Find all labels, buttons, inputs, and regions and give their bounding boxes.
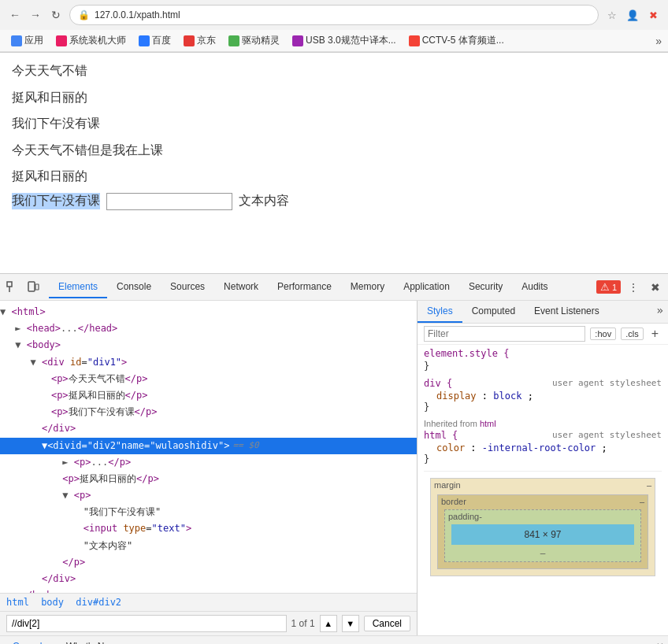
margin-label: margin [434,480,461,490]
tab-audits[interactable]: Audits [512,276,557,298]
devtools-right-controls: ⚠ 1 ⋮ ✖ [596,278,665,297]
tree-p-hrifenrili[interactable]: <p>挺风和日丽的</p> [0,471,417,487]
elements-panel: ▼ <html> ► <head>...</head> ▼ <body> ▼ <… [0,301,418,635]
tree-p-open[interactable]: ▼ <p> [0,487,417,504]
search-prev-button[interactable]: ▲ [320,615,337,632]
toggle-p-collapsed[interactable]: ► [62,457,68,468]
bookmark-label-qdj: 驱动精灵 [242,34,280,47]
account-button[interactable]: 👤 [624,6,641,24]
cls-button[interactable]: .cls [621,328,644,340]
tree-text-wenben[interactable]: "文本内容" [0,538,417,554]
padding-label: padding- [448,512,482,521]
prop-name-color: color [436,442,465,453]
tab-security[interactable]: Security [459,276,512,298]
bookmarks-more-button[interactable]: » [655,35,662,47]
breadcrumb-div2[interactable]: div#div2 [76,597,121,608]
tab-whats-new[interactable]: What's New [57,638,126,645]
bookmark-baidu[interactable]: 百度 [134,32,176,49]
toggle-html[interactable]: ▼ [0,306,6,317]
toggle-div2[interactable]: ▼ [42,439,47,453]
tree-div2[interactable]: ▼ <div id="div2" name="wulaoshidiv"> == … [0,438,417,454]
back-button[interactable]: ← [6,6,24,24]
forward-button[interactable]: → [27,6,44,24]
bookmark-jd[interactable]: 京东 [179,32,221,49]
tree-p-collapsed[interactable]: ► <p>...</p> [0,454,417,471]
bookmark-qdj[interactable]: 驱动精灵 [224,32,284,49]
tree-div1[interactable]: ▼ <div id="div1"> [0,354,417,371]
address-bar[interactable]: 🔒 127.0.0.1/xpath.html [69,5,599,25]
breadcrumb-sep-2 [67,597,72,608]
tree-p-close[interactable]: </p> [0,554,417,571]
tab-network[interactable]: Network [214,276,268,298]
inspect-element-button[interactable] [3,278,22,297]
tab-styles[interactable]: Styles [418,301,462,323]
prop-colon-1: : [482,390,493,402]
prop-semi-1: ; [528,390,533,402]
styles-more-button[interactable]: » [652,301,668,323]
tag-p-closing: </p> [62,557,85,568]
tree-body-close[interactable]: </body> [0,587,417,593]
star-button[interactable]: ☆ [603,6,621,24]
toggle-body[interactable]: ▼ [15,339,20,350]
box-model-section: margin – border – padding- 841 × 97 – [424,471,662,583]
tree-p3[interactable]: <p>我们下午没有课</p> [0,404,417,420]
tab-sources[interactable]: Sources [161,276,214,298]
search-next-button[interactable]: ▼ [342,615,359,632]
bookmark-syzjds[interactable]: 系统装机大师 [51,32,131,49]
styles-filter-bar: :hov .cls + [418,324,668,345]
border-label: border [441,497,466,506]
toggle-head[interactable]: ► [15,323,20,334]
tree-div2-close[interactable]: </div> [0,571,417,587]
close-button[interactable]: ✖ [644,6,662,24]
tab-elements[interactable]: Elements [49,276,107,298]
bookmark-cctv[interactable]: CCTV-5 体育频道... [404,32,509,49]
bookmark-usb[interactable]: USB 3.0规范中译本... [288,32,401,49]
breadcrumb-html[interactable]: html [6,597,29,608]
add-style-rule-button[interactable]: + [648,327,662,341]
cctv-icon [409,35,420,46]
page-text-before-input: 我们下午没有课 [12,193,100,209]
tab-console-bottom[interactable]: Console [3,638,57,645]
page-text-after-input: 文本内容 [239,193,289,209]
apps-icon [11,35,22,46]
tree-body[interactable]: ▼ <body> [0,337,417,353]
tab-computed[interactable]: Computed [462,301,525,323]
page-line-3: 我们下午没有课 [12,113,656,134]
hov-button[interactable]: :hov [590,328,616,340]
margin-dash[interactable]: – [647,480,651,490]
tree-head[interactable]: ► <head>...</head> [0,320,417,337]
tab-event-listeners[interactable]: Event Listeners [525,301,609,323]
prop-colon-2: : [470,442,481,453]
styles-filter-input[interactable] [424,326,585,342]
border-dash[interactable]: – [640,497,644,506]
refresh-button[interactable]: ↻ [47,6,65,24]
bookmark-label-cctv: CCTV-5 体育频道... [422,34,504,47]
page-content: 今天天气不错 挺风和日丽的 我们下午没有课 今天天气不错但是我在上课 挺风和日丽… [0,53,668,273]
tree-div1-close[interactable]: </div> [0,420,417,437]
devtools-icons [3,278,43,297]
toggle-p-open[interactable]: ▼ [62,490,68,501]
toggle-div1[interactable]: ▼ [30,357,35,368]
tab-console[interactable]: Console [107,276,161,298]
tree-input[interactable]: <input type="text"> [0,520,417,537]
breadcrumb-body[interactable]: body [41,597,64,608]
tab-memory[interactable]: Memory [341,276,394,298]
tree-p2[interactable]: <p>挺风和日丽的</p> [0,387,417,404]
error-icon: ⚠ [600,281,610,293]
tree-text-women[interactable]: "我们下午没有课" [0,504,417,520]
tab-application[interactable]: Application [394,276,459,298]
bookmark-apps[interactable]: 应用 [6,32,48,49]
text-women: "我们下午没有课" [84,506,161,517]
devtools-more-button[interactable]: ⋮ [624,278,643,297]
page-text-input[interactable] [106,193,232,210]
head-ellipsis: ... [61,323,78,334]
tree-p1[interactable]: <p>今天天气不错</p> [0,371,417,387]
xpath-search-input[interactable] [6,615,287,632]
console-close-button[interactable]: ✖ [655,641,665,645]
tree-html[interactable]: ▼ <html> [0,304,417,320]
device-toolbar-button[interactable] [24,278,43,297]
url-text: 127.0.0.1/xpath.html [95,9,180,20]
tab-performance[interactable]: Performance [268,276,341,298]
devtools-close-button[interactable]: ✖ [646,278,665,297]
search-cancel-button[interactable]: Cancel [364,616,410,631]
